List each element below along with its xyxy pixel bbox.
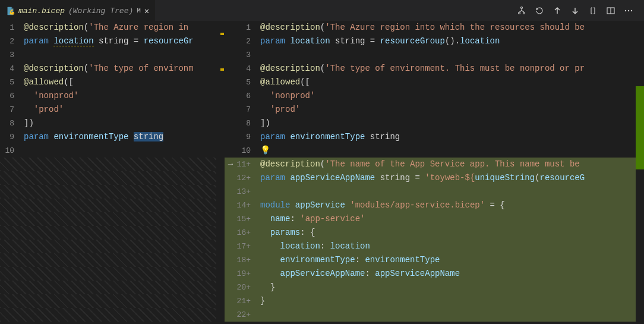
code-line[interactable]: 18+ environmentType: environmentType [225, 253, 644, 267]
deleted-line-placeholder [0, 253, 225, 267]
code-token: string [99, 36, 128, 46]
code-content[interactable]: appServiceAppName: appServiceAppName [260, 267, 644, 281]
more-icon[interactable] [624, 6, 633, 15]
code-content[interactable]: param appServiceAppName string = 'toyweb… [260, 171, 644, 185]
code-content[interactable]: 💡 [260, 144, 644, 158]
code-line[interactable]: 10 [0, 144, 225, 158]
code-content[interactable]: 'prod' [24, 103, 225, 117]
code-content[interactable]: params: { [260, 226, 644, 240]
code-line[interactable]: 21+} [225, 294, 644, 308]
code-line[interactable]: 2param location string = resourceGroup()… [225, 34, 644, 48]
code-line[interactable]: →11+@description('The name of the App Se… [225, 158, 644, 171]
code-token: 'The type of environm [89, 64, 193, 73]
code-line[interactable]: 16+ params: { [225, 226, 644, 240]
code-line[interactable]: 6 'nonprod' [225, 89, 644, 103]
code-line[interactable]: 13+ [225, 185, 644, 199]
code-token [330, 36, 335, 46]
code-line[interactable]: 3 [225, 48, 644, 62]
svg-point-2 [519, 12, 520, 14]
code-token: ( [320, 23, 325, 32]
code-line[interactable]: 12+param appServiceAppName string = 'toy… [225, 171, 644, 185]
code-token: 'The type of environment. This must be n… [325, 64, 585, 73]
code-token [24, 91, 34, 100]
code-content[interactable]: location: location [260, 240, 644, 253]
minimap-left[interactable] [216, 21, 225, 324]
code-line[interactable]: 9param environmentType string [225, 130, 644, 144]
code-content[interactable]: param environmentType string [24, 130, 225, 144]
code-line[interactable]: 1@description('The Azure region into whi… [225, 21, 644, 34]
code-line[interactable]: 3 [0, 48, 225, 62]
diff-pane-original[interactable]: 1@description('The Azure region in2param… [0, 21, 225, 324]
code-token: ( [320, 64, 325, 73]
code-token: ]) [24, 118, 34, 128]
code-content[interactable]: @description('The Azure region into whic… [260, 21, 644, 34]
code-content[interactable]: @description('The name of the App Servic… [260, 158, 644, 171]
code-line[interactable]: 7 'prod' [0, 103, 225, 117]
tree-icon[interactable] [517, 6, 526, 15]
code-content[interactable]: } [260, 281, 644, 294]
code-line[interactable]: 9param environmentType string [0, 130, 225, 144]
modified-badge: M [137, 7, 141, 14]
code-token: @description [260, 64, 320, 73]
line-number: 5 [0, 76, 24, 89]
code-content[interactable]: 'nonprod' [260, 89, 644, 103]
split-editor-icon[interactable] [606, 6, 615, 15]
code-line[interactable]: 2param location string = resourceGr [0, 34, 225, 48]
code-line[interactable]: 5@allowed([ [0, 76, 225, 89]
code-content[interactable]: name: 'app-service' [260, 212, 644, 226]
lightbulb-icon[interactable]: 💡 [260, 146, 270, 155]
code-content[interactable]: ]) [260, 117, 644, 130]
code-content[interactable]: @description('The Azure region in [24, 21, 225, 34]
code-content[interactable]: @allowed([ [24, 76, 225, 89]
code-content[interactable]: @allowed([ [260, 76, 644, 89]
code-content[interactable]: module appService 'modules/app-service.b… [260, 199, 644, 212]
code-token: 'The Azure region into which the resourc… [325, 23, 585, 32]
code-token: environmentType [290, 132, 365, 141]
code-content[interactable]: environmentType: environmentType [260, 253, 644, 267]
code-content[interactable]: @description('The type of environm [24, 62, 225, 76]
code-content[interactable]: 'nonprod' [24, 89, 225, 103]
code-line[interactable]: 8]) [225, 117, 644, 130]
code-content[interactable]: param location string = resourceGroup().… [260, 34, 644, 48]
next-change-icon[interactable] [570, 6, 580, 15]
code-line[interactable]: 14+module appService 'modules/app-servic… [225, 199, 644, 212]
code-token: ([ [300, 77, 310, 87]
code-content[interactable]: 'prod' [260, 103, 644, 117]
diff-arrow-gutter: → [225, 158, 236, 171]
revert-icon[interactable] [535, 6, 544, 15]
code-line[interactable]: 1@description('The Azure region in [0, 21, 225, 34]
code-token: uniqueString [475, 173, 535, 183]
code-line[interactable]: 10💡 [225, 144, 644, 158]
line-number: 5 [236, 76, 260, 89]
svg-point-1 [521, 7, 523, 8]
code-content[interactable]: param environmentType string [260, 130, 644, 144]
code-content[interactable]: @description('The type of environment. T… [260, 62, 644, 76]
code-line[interactable]: 22+ [225, 308, 644, 322]
close-icon[interactable]: ✕ [144, 6, 149, 16]
code-content[interactable]: } [260, 294, 644, 308]
code-line[interactable]: 4@description('The type of environm [0, 62, 225, 76]
code-line[interactable]: 5@allowed([ [225, 76, 644, 89]
code-line[interactable]: 7 'prod' [225, 103, 644, 117]
code-line[interactable]: 6 'nonprod' [0, 89, 225, 103]
code-line[interactable]: 8]) [0, 117, 225, 130]
whitespace-icon[interactable] [588, 6, 598, 15]
prev-change-icon[interactable] [553, 6, 562, 15]
code-line[interactable]: 17+ location: location [225, 240, 644, 253]
line-number: 6 [236, 89, 260, 103]
code-token: appServiceAppName [375, 269, 460, 278]
line-number: 3 [236, 48, 260, 62]
line-number: 11+ [236, 158, 260, 171]
bicep-file-icon: 💪 [6, 7, 15, 15]
minimap-right[interactable] [636, 21, 644, 324]
code-token: ( [84, 23, 89, 32]
code-line[interactable]: 19+ appServiceAppName: appServiceAppName [225, 267, 644, 281]
code-line[interactable]: 15+ name: 'app-service' [225, 212, 644, 226]
code-token: environmentType [53, 132, 128, 141]
code-content[interactable]: param location string = resourceGr [24, 34, 225, 48]
code-line[interactable]: 20+ } [225, 281, 644, 294]
diff-pane-modified[interactable]: 1@description('The Azure region into whi… [225, 21, 644, 324]
code-content[interactable]: ]) [24, 117, 225, 130]
tab-main-bicep[interactable]: 💪 main.bicep (Working Tree) M ✕ [0, 0, 155, 21]
code-line[interactable]: 4@description('The type of environment. … [225, 62, 644, 76]
